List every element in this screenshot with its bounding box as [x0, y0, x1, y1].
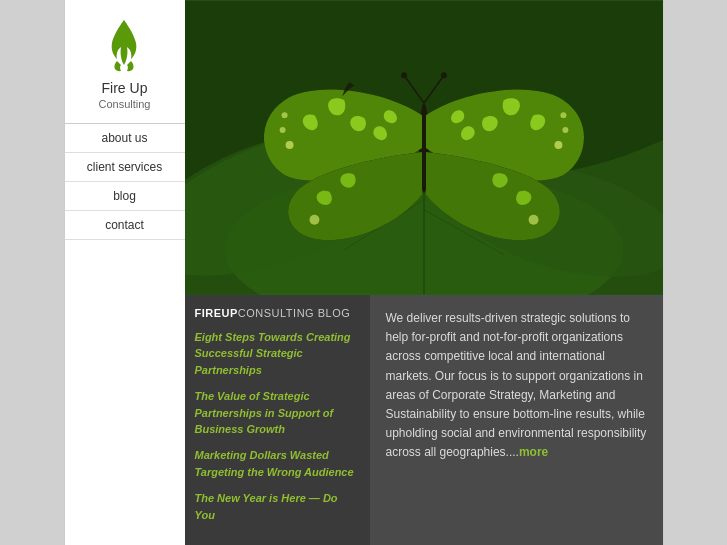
svg-point-14 [281, 112, 287, 118]
svg-point-16 [562, 127, 568, 133]
blog-item-4: The New Year is Here — Do You [195, 490, 360, 523]
blog-column: FIREUPCONSULTING BLOG Eight Steps Toward… [185, 295, 370, 545]
svg-point-11 [440, 72, 446, 78]
outer-wrapper: Fire Up Consulting about us client servi… [0, 0, 727, 545]
svg-point-15 [554, 141, 562, 149]
blog-header-suffix: CONSULTING BLOG [238, 307, 350, 319]
blog-link-1[interactable]: Eight Steps Towards Creating Successful … [195, 331, 351, 376]
blog-link-3[interactable]: Marketing Dollars Wasted Targeting the W… [195, 449, 354, 477]
description-text: We deliver results-driven strategic solu… [386, 309, 647, 463]
nav-about[interactable]: about us [65, 124, 185, 153]
more-link[interactable]: more [519, 445, 548, 459]
logo-icon [99, 15, 149, 75]
nav: about us client services blog contact [65, 123, 185, 240]
main-area: FIREUPCONSULTING BLOG Eight Steps Toward… [185, 0, 663, 545]
page-wrapper: Fire Up Consulting about us client servi… [64, 0, 664, 545]
svg-point-19 [528, 215, 538, 225]
blog-header: FIREUPCONSULTING BLOG [195, 307, 360, 319]
svg-point-18 [309, 215, 319, 225]
blog-link-4[interactable]: The New Year is Here — Do You [195, 492, 338, 520]
nav-client-services[interactable]: client services [65, 153, 185, 182]
blog-link-2[interactable]: The Value of Strategic Partnerships in S… [195, 390, 334, 435]
sidebar: Fire Up Consulting about us client servi… [65, 0, 185, 545]
logo-consulting: Consulting [99, 97, 151, 111]
bottom-section: FIREUPCONSULTING BLOG Eight Steps Toward… [185, 295, 663, 545]
blog-header-fireup: FIREUP [195, 307, 238, 319]
butterfly-svg [185, 0, 663, 295]
blog-item-1: Eight Steps Towards Creating Successful … [195, 329, 360, 378]
blog-item-3: Marketing Dollars Wasted Targeting the W… [195, 447, 360, 480]
nav-blog[interactable]: blog [65, 182, 185, 211]
blog-item-2: The Value of Strategic Partnerships in S… [195, 388, 360, 437]
butterfly-image [185, 0, 663, 295]
svg-point-13 [279, 127, 285, 133]
svg-point-17 [560, 112, 566, 118]
header: Fire Up Consulting about us client servi… [65, 0, 663, 545]
nav-contact[interactable]: contact [65, 211, 185, 240]
logo-area: Fire Up Consulting [99, 15, 151, 111]
svg-point-9 [401, 72, 407, 78]
description-column: We deliver results-driven strategic solu… [370, 295, 663, 545]
logo-text: Fire Up Consulting [99, 79, 151, 111]
description-body: We deliver results-driven strategic solu… [386, 311, 647, 459]
svg-point-12 [285, 141, 293, 149]
logo-fire-up: Fire Up [99, 79, 151, 97]
